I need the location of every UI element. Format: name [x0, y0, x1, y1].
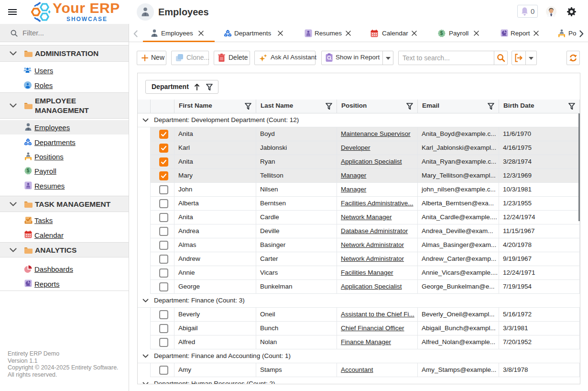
svg-text:$: $ — [440, 31, 443, 36]
svg-text:$: $ — [27, 168, 30, 173]
